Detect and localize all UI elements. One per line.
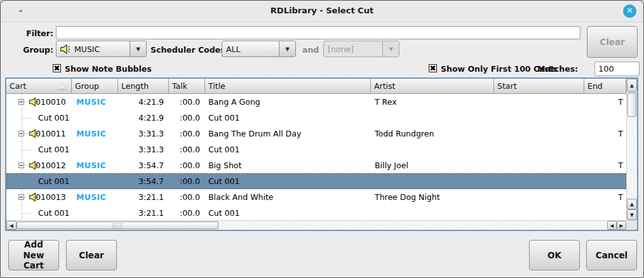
horizontal-scroll-thumb[interactable] — [17, 222, 218, 229]
vertical-scroll-track[interactable] — [627, 117, 637, 199]
cell-title: Cut 001 — [205, 142, 371, 157]
cut-name: Cut 001 — [6, 145, 69, 154]
scroll-right-button[interactable]: ▶ — [617, 221, 626, 230]
cart-table: CartGroupLengthTalkTitleArtistStartEnd 0… — [5, 77, 638, 231]
cell-start — [494, 157, 584, 173]
table-header: CartGroupLengthTalkTitleArtistStartEnd — [6, 79, 626, 94]
show-note-bubbles-label: Show Note Bubbles — [65, 64, 152, 74]
vertical-scroll-thumb[interactable] — [627, 93, 636, 117]
scheduler-codes-select[interactable]: ALL ▼ — [222, 41, 296, 57]
clear-button[interactable]: Clear — [66, 240, 117, 270]
cell-title: Big Shot — [205, 157, 371, 173]
collapse-expander-icon[interactable] — [18, 162, 24, 168]
cut-row[interactable]: Cut 0014:21.9:00.0Cut 001 — [6, 110, 626, 126]
cell-group — [72, 110, 118, 126]
close-button[interactable]: ✕ — [623, 4, 636, 18]
cart-row[interactable]: 010012MUSIC3:54.7:00.0Big ShotBilly Joel… — [6, 157, 626, 173]
cell-end: T — [584, 126, 626, 142]
horizontal-scrollbar[interactable]: ◀ ◀ ▶ — [6, 220, 626, 230]
cell-length: 3:21.1 — [118, 205, 169, 220]
collapse-expander-icon[interactable] — [18, 131, 24, 136]
speaker-icon — [29, 129, 39, 138]
table-body: 010010MUSIC4:21.9:00.0Bang A GongT RexTC… — [6, 94, 626, 220]
group-badge: MUSIC — [72, 129, 106, 138]
cut-row[interactable]: Cut 0013:31.3:00.0Cut 001 — [6, 142, 626, 157]
horizontal-scroll-track[interactable] — [218, 221, 607, 230]
cart-row[interactable]: 010011MUSIC3:31.3:00.0Bang The Drum All … — [6, 126, 626, 142]
tree-line — [22, 150, 33, 150]
titlebar[interactable]: ⌄ RDLibrary - Select Cut ✕ — [1, 1, 643, 22]
column-header-end[interactable]: End — [584, 79, 626, 94]
cut-name: Cut 001 — [6, 208, 69, 218]
matches-input[interactable] — [594, 62, 640, 76]
column-header-artist[interactable]: Artist — [371, 79, 494, 94]
and-label: and — [302, 45, 319, 55]
cell-artist: Todd Rundgren — [371, 126, 494, 142]
show-note-bubbles-checkbox[interactable]: ✖ — [53, 64, 61, 72]
vertical-scrollbar[interactable]: ▲ ▲ ▼ — [626, 79, 637, 220]
cell-start — [494, 205, 584, 220]
scroll-left-button[interactable]: ◀ — [6, 221, 17, 230]
scroll-up-button[interactable]: ▲ — [627, 79, 637, 92]
cell-artist — [371, 142, 494, 157]
group-badge: MUSIC — [72, 97, 106, 107]
cell-title: Cut 001 — [205, 173, 371, 189]
select-cut-dialog: ⌄ RDLibrary - Select Cut ✕ Filter: Clear… — [0, 0, 644, 278]
collapse-expander-icon[interactable] — [18, 194, 24, 200]
ok-button[interactable]: OK — [529, 240, 580, 270]
cell-artist — [371, 110, 494, 126]
group-label: Group: — [13, 45, 53, 55]
column-header-start[interactable]: Start — [494, 79, 584, 94]
scheduler-codes-label: Scheduler Codes: — [151, 45, 229, 55]
filter-label: Filter: — [13, 29, 53, 38]
cell-cart: Cut 001 — [6, 110, 72, 126]
cell-title: Black And White — [205, 189, 371, 205]
cell-start — [494, 94, 584, 110]
cell-talk: :00.0 — [169, 94, 205, 110]
cut-row[interactable]: Cut 0013:54.7:00.0Cut 001 — [6, 173, 626, 189]
cell-group — [72, 205, 118, 220]
sort-ascending-icon — [57, 82, 66, 89]
scroll-down-button[interactable]: ▼ — [627, 209, 637, 220]
cell-artist: T Rex — [371, 94, 494, 110]
cart-row[interactable]: 010010MUSIC4:21.9:00.0Bang A GongT RexT — [6, 94, 626, 110]
cut-name: Cut 001 — [6, 176, 69, 186]
cell-title: Bang The Drum All Day — [205, 126, 371, 142]
cell-cart: 010012 — [6, 157, 72, 173]
cell-title: Cut 001 — [205, 110, 371, 126]
scroll-left-button-2[interactable]: ◀ — [607, 221, 617, 230]
cart-row[interactable]: 010013MUSIC3:21.1:00.0Black And WhiteThr… — [6, 189, 626, 205]
scroll-up-button-2[interactable]: ▲ — [627, 199, 637, 209]
cell-length: 4:21.9 — [118, 110, 169, 126]
cell-talk: :00.0 — [169, 189, 205, 205]
cell-end — [584, 205, 626, 220]
cell-end: T — [584, 94, 626, 110]
filter-clear-button[interactable]: Clear — [587, 26, 638, 58]
column-header-title[interactable]: Title — [205, 79, 371, 94]
second-code-select: [none] ▼ — [323, 41, 399, 57]
column-header-group[interactable]: Group — [72, 79, 118, 94]
collapse-expander-icon[interactable] — [18, 99, 24, 105]
cell-start — [494, 189, 584, 205]
column-header-cart[interactable]: Cart — [6, 79, 72, 94]
group-badge: MUSIC — [72, 161, 106, 170]
column-header-talk[interactable]: Talk — [169, 79, 205, 94]
chevron-down-icon: ▼ — [382, 41, 399, 56]
cell-end — [584, 110, 626, 126]
tree-line — [22, 182, 33, 182]
matches-label: Matches: — [537, 64, 578, 74]
cell-group: MUSIC — [72, 126, 118, 142]
show-first-100-checkbox[interactable]: ✖ — [429, 64, 437, 72]
window-title: RDLibrary - Select Cut — [1, 6, 643, 15]
group-select[interactable]: MUSIC ▼ — [56, 41, 147, 57]
cell-length: 3:54.7 — [118, 157, 169, 173]
cell-artist: Three Dog Night — [371, 189, 494, 205]
cut-row[interactable]: Cut 0013:21.1:00.0Cut 001 — [6, 205, 626, 220]
cell-artist: Billy Joel — [371, 157, 494, 173]
column-header-length[interactable]: Length — [118, 79, 169, 94]
filter-input[interactable] — [56, 26, 580, 39]
cell-start — [494, 142, 584, 157]
add-new-cart-button[interactable]: Add New Cart — [8, 240, 59, 270]
cancel-button[interactable]: Cancel — [586, 240, 637, 270]
chevron-down-icon: ▼ — [130, 41, 146, 56]
